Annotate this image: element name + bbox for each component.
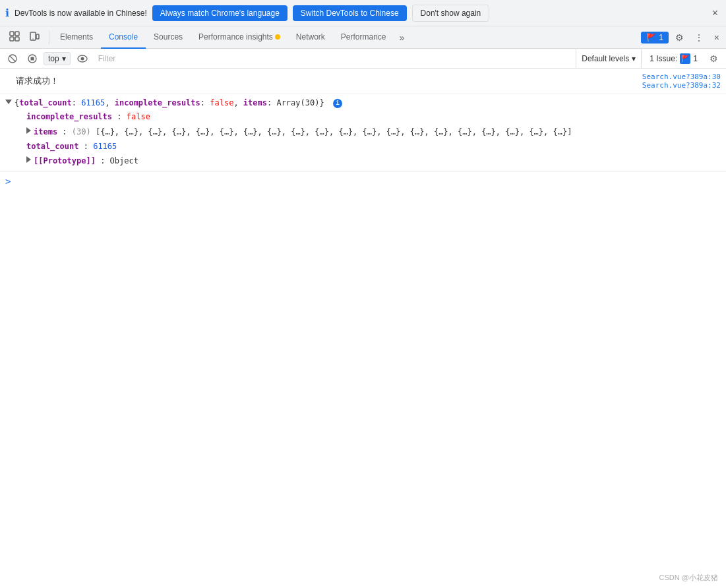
more-options-button[interactable]: ⋮ <box>690 30 708 45</box>
svg-line-8 <box>10 56 15 61</box>
console-prompt: > <box>5 176 11 187</box>
stop-icon <box>28 54 37 63</box>
expand-arrow-right <box>26 127 31 134</box>
success-log-row: 请求成功！ Search.vue?389a:30 Search.vue?389a… <box>0 69 726 94</box>
device-icon <box>29 31 40 42</box>
tab-network[interactable]: Network <box>288 26 333 49</box>
notification-close-button[interactable]: × <box>710 5 721 22</box>
context-label: top <box>48 54 59 63</box>
issues-badge[interactable]: 1 Issue: 🚩 1 <box>644 53 703 64</box>
issue-flag-icon: 🚩 <box>680 53 690 64</box>
expand-arrow-down <box>5 100 12 104</box>
console-settings-button[interactable]: ⚙ <box>706 51 722 66</box>
console-badge[interactable]: 🚩 1 <box>641 32 669 44</box>
tab-performance-insights[interactable]: Performance insights <box>191 26 288 49</box>
svg-rect-5 <box>36 34 39 39</box>
object-log-row: {total_count: 61165, incomplete_results:… <box>0 94 726 171</box>
clear-console-button[interactable] <box>4 52 21 65</box>
eye-icon <box>77 55 88 63</box>
tab-divider <box>49 31 49 44</box>
source-link-1[interactable]: Search.vue?389a:30 <box>642 73 721 81</box>
svg-rect-3 <box>15 37 19 41</box>
context-chevron: ▾ <box>62 54 66 63</box>
context-selector[interactable]: top ▾ <box>44 52 71 65</box>
filter-input[interactable] <box>94 54 574 63</box>
svg-rect-1 <box>15 32 19 36</box>
prop-items[interactable]: items : (30) [{…}, {…}, {…}, {…}, {…}, {… <box>5 125 721 139</box>
close-devtools-button[interactable]: × <box>710 30 723 45</box>
console-badge-icon: 🚩 <box>646 33 656 42</box>
object-info-icon[interactable]: i <box>333 99 342 108</box>
eye-button[interactable] <box>73 53 92 65</box>
svg-point-12 <box>80 57 84 60</box>
dont-show-again-button[interactable]: Don't show again <box>412 5 490 22</box>
console-toolbar: top ▾ Default levels ▾ 1 Issue: 🚩 1 ⚙ <box>0 49 726 69</box>
tab-bar-right: 🚩 1 ⚙ ⋮ × <box>641 30 723 45</box>
levels-chevron: ▾ <box>632 54 636 63</box>
cursor-icon <box>9 31 20 42</box>
clear-icon <box>8 54 17 63</box>
tab-console[interactable]: Console <box>101 26 146 49</box>
switch-to-chinese-button[interactable]: Switch DevTools to Chinese <box>293 5 407 21</box>
svg-rect-2 <box>10 37 14 41</box>
source-links: Search.vue?389a:30 Search.vue?389a:32 <box>642 73 721 90</box>
tab-performance[interactable]: Performance <box>333 26 394 49</box>
settings-button[interactable]: ⚙ <box>671 30 688 45</box>
device-toolbar-button[interactable] <box>25 28 44 46</box>
more-tabs-button[interactable]: » <box>394 32 410 43</box>
tab-elements[interactable]: Elements <box>52 26 101 49</box>
console-input-line[interactable]: > <box>0 171 726 191</box>
performance-insights-dot <box>275 34 280 40</box>
notification-bar: ℹ DevTools is now available in Chinese! … <box>0 0 726 26</box>
console-output: 请求成功！ Search.vue?389a:30 Search.vue?389a… <box>0 69 726 191</box>
inspect-element-button[interactable] <box>5 28 24 46</box>
success-message: 请求成功！ <box>16 75 59 87</box>
notification-text: DevTools is now available in Chinese! <box>15 9 147 18</box>
source-link-2[interactable]: Search.vue?389a:32 <box>642 81 721 90</box>
info-icon: ℹ <box>5 7 9 19</box>
tab-bar-left-icons <box>3 28 46 46</box>
object-summary: {total_count: 61165, incomplete_results:… <box>15 97 342 109</box>
watermark: CSDN @小花皮猪 <box>659 573 718 583</box>
prop-prototype[interactable]: [[Prototype]] : Object <box>5 154 721 168</box>
svg-rect-10 <box>31 57 34 60</box>
svg-rect-0 <box>10 32 14 36</box>
tab-bar: Elements Console Sources Performance ins… <box>0 26 726 49</box>
stop-button[interactable] <box>24 52 41 65</box>
prototype-arrow <box>26 156 31 163</box>
always-match-language-button[interactable]: Always match Chrome's language <box>152 5 287 21</box>
svg-point-6 <box>32 38 33 39</box>
prop-total-count: total_count : 61165 <box>5 139 721 154</box>
log-levels-selector[interactable]: Default levels ▾ <box>576 49 642 68</box>
prop-incomplete-results: incomplete_results : false <box>5 109 721 124</box>
object-toggle[interactable]: {total_count: 61165, incomplete_results:… <box>5 97 721 109</box>
tab-sources[interactable]: Sources <box>146 26 191 49</box>
